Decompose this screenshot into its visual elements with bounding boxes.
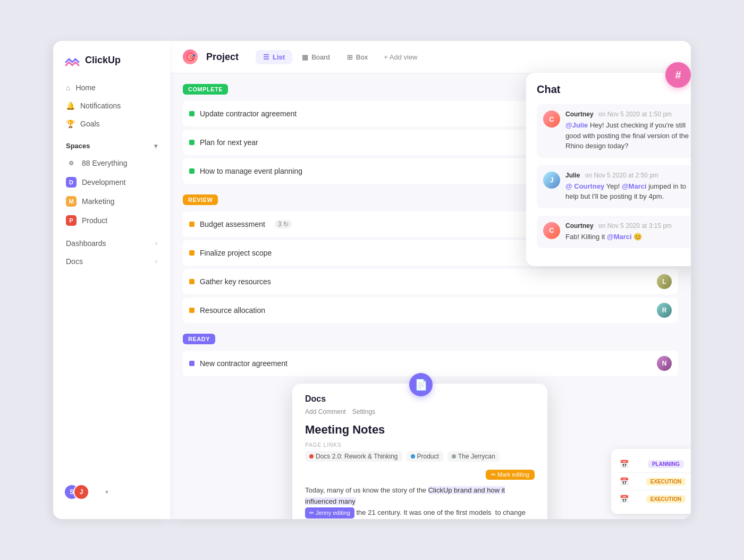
box-icon: ⊞ xyxy=(347,53,353,61)
table-row[interactable]: New contractor agreement N xyxy=(183,351,678,376)
development-icon: D xyxy=(66,177,77,188)
tag-badge: EXECUTION xyxy=(646,478,686,486)
sidebar-nav: ⌂ Home 🔔 Notifications 🏆 Goals xyxy=(53,79,170,133)
chat-time: on Nov 5 2020 at 3:15 pm xyxy=(598,222,672,230)
chat-panel: # Chat C Courtney on Nov 5 2020 at 1:50 … xyxy=(526,73,691,266)
tab-list[interactable]: ☰ List xyxy=(256,50,292,64)
sidebar-item-product[interactable]: P Product xyxy=(60,211,164,230)
sidebar-item-everything[interactable]: ⚙ 88 Everything xyxy=(60,154,164,172)
project-icon: 🎯 xyxy=(183,49,198,64)
mention: @Marci xyxy=(622,182,647,190)
link-dot-icon xyxy=(309,454,314,459)
task-name: How to manage event planning xyxy=(200,167,302,175)
calendar-icon: 📅 xyxy=(620,495,629,503)
tab-box-label: Box xyxy=(356,53,368,61)
add-comment-button[interactable]: Add Comment xyxy=(305,408,346,415)
task-name: Update contractor agreement xyxy=(200,109,297,118)
sidebar-item-home[interactable]: ⌂ Home xyxy=(60,79,164,96)
task-name: Finalize project scope xyxy=(200,249,272,257)
task-name: Budget assessment xyxy=(200,220,265,228)
link-dot-icon xyxy=(452,454,456,459)
tab-list-label: List xyxy=(273,53,285,61)
list-item[interactable]: The Jerrycan xyxy=(447,451,500,462)
chat-time: on Nov 5 2020 at 1:50 pm xyxy=(598,111,672,118)
sidebar-item-notifications-label: Notifications xyxy=(80,101,121,110)
list-item: 📅 EXECUTION ⚑ xyxy=(618,473,691,490)
badge-review: REVIEW xyxy=(183,194,218,205)
marketing-label: Marketing xyxy=(82,197,114,206)
chat-content: Julie on Nov 5 2020 at 2:50 pm @ Courtne… xyxy=(565,172,691,202)
task-name: Plan for next year xyxy=(200,138,258,147)
sidebar-item-docs[interactable]: Docs › xyxy=(60,253,164,270)
mark-editing-button[interactable]: ✏ Mark editing xyxy=(486,470,535,480)
list-item[interactable]: Docs 2.0: Rework & Thinking xyxy=(305,451,402,462)
add-view-button[interactable]: + Add view xyxy=(377,50,424,64)
tab-board[interactable]: ▦ Board xyxy=(294,50,337,64)
chat-time: on Nov 5 2020 at 2:50 pm xyxy=(585,172,658,179)
avatar: C xyxy=(543,222,560,239)
product-label: Product xyxy=(82,216,107,225)
chevron-right-icon-docs: › xyxy=(155,258,157,265)
sidebar-item-marketing[interactable]: M Marketing xyxy=(60,192,164,210)
task-status-dot xyxy=(189,111,195,116)
everything-label: 88 Everything xyxy=(82,159,128,167)
project-title: Project xyxy=(206,52,239,63)
sidebar-item-notifications[interactable]: 🔔 Notifications xyxy=(60,97,164,114)
marketing-icon: M xyxy=(66,196,77,207)
page-link-label: Docs 2.0: Rework & Thinking xyxy=(316,453,398,460)
table-row[interactable]: Gather key resources L xyxy=(183,269,678,294)
tag-badge: PLANNING xyxy=(648,460,684,468)
goals-icon: 🏆 xyxy=(66,120,75,128)
chat-text: @ Courtney Yep! @Marci jumped in to help… xyxy=(565,181,691,202)
dashboards-label: Dashboards xyxy=(66,239,106,248)
list-icon: ☰ xyxy=(263,53,269,61)
chat-title: Chat xyxy=(537,83,691,96)
chat-text: @Julie Hey! Just checking if you're stil… xyxy=(565,120,691,151)
task-name: New contractor agreement xyxy=(200,359,288,368)
chat-message: C Courtney on Nov 5 2020 at 1:50 pm @Jul… xyxy=(537,104,691,158)
page-links: Docs 2.0: Rework & Thinking Product The … xyxy=(305,451,535,462)
chevron-down-icon: ▾ xyxy=(154,142,157,150)
sidebar-item-goals[interactable]: 🏆 Goals xyxy=(60,115,164,132)
chat-content: Courtney on Nov 5 2020 at 1:50 pm @Julie… xyxy=(565,111,691,151)
chat-meta: Courtney on Nov 5 2020 at 3:15 pm xyxy=(565,222,691,230)
sidebar-item-goals-label: Goals xyxy=(80,120,100,128)
chat-meta: Courtney on Nov 5 2020 at 1:50 pm xyxy=(565,111,691,118)
list-item: 📅 EXECUTION ⚑ xyxy=(618,490,691,507)
main-header: 🎯 Project ☰ List ▦ Board ⊞ Box + Add vie… xyxy=(170,41,691,73)
tag-left: 📅 xyxy=(620,495,629,503)
home-icon: ⌂ xyxy=(66,83,70,92)
everything-icon: ⚙ xyxy=(66,158,77,168)
tag-badge: EXECUTION xyxy=(646,495,686,503)
sidebar-bottom-nav: Dashboards › Docs › xyxy=(53,235,170,271)
sidebar-item-dashboards[interactable]: Dashboards › xyxy=(60,235,164,252)
avatar-j: J xyxy=(73,484,89,500)
list-item[interactable]: Product xyxy=(407,451,443,462)
task-status-dot xyxy=(189,279,195,284)
chat-hash-button[interactable]: # xyxy=(665,62,691,88)
avatar: R xyxy=(657,303,672,318)
sidebar-item-home-label: Home xyxy=(75,83,95,92)
main-content: 🎯 Project ☰ List ▦ Board ⊞ Box + Add vie… xyxy=(170,41,691,519)
task-name: Gather key resources xyxy=(200,277,271,286)
table-row[interactable]: Resource allocation R xyxy=(183,298,678,323)
settings-button[interactable]: Settings xyxy=(352,408,375,415)
badge-complete: COMPLETE xyxy=(183,84,228,95)
tags-panel: 📅 PLANNING ⚑ 📅 EXECUTION ⚑ 📅 EXECUTION ⚑ xyxy=(611,449,691,514)
sidebar-item-development[interactable]: D Development xyxy=(60,173,164,191)
tab-box[interactable]: ⊞ Box xyxy=(340,50,375,64)
chat-author: Courtney xyxy=(565,111,594,118)
avatar: L xyxy=(657,274,672,289)
logo: ClickUp xyxy=(53,52,170,79)
tag-left: 📅 xyxy=(620,477,629,486)
task-name: Resource allocation xyxy=(200,306,265,315)
page-link-label: Product xyxy=(417,453,439,460)
link-dot-icon xyxy=(411,454,415,459)
chat-meta: Julie on Nov 5 2020 at 2:50 pm xyxy=(565,172,691,179)
section-ready: READY New contractor agreement N xyxy=(183,334,678,376)
page-link-label: The Jerrycan xyxy=(458,453,495,460)
board-icon: ▦ xyxy=(302,53,308,61)
task-status-dot xyxy=(189,250,195,256)
task-status-dot xyxy=(189,361,195,366)
list-item: 📅 PLANNING ⚑ xyxy=(618,455,691,473)
